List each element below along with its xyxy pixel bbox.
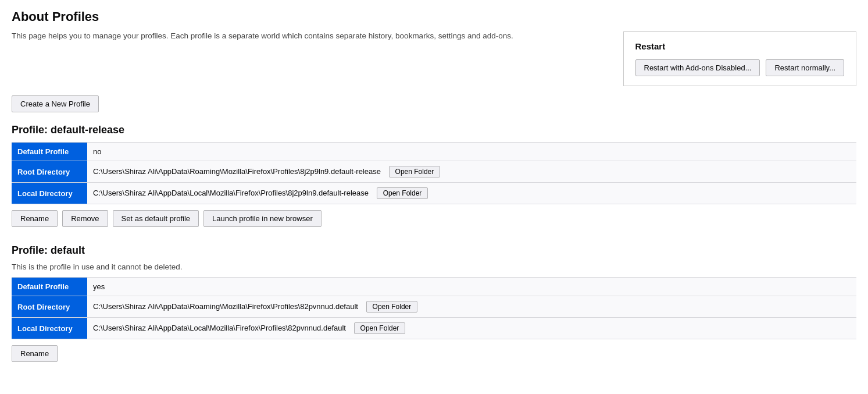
create-profile-area: Create a New Profile xyxy=(12,95,856,112)
create-new-profile-button[interactable]: Create a New Profile xyxy=(12,95,99,112)
intro-text: This page helps you to manage your profi… xyxy=(12,31,513,40)
profile-table-default-release: Default Profile no Root Directory C:\Use… xyxy=(12,142,856,204)
table-row: Default Profile yes xyxy=(12,278,856,296)
profile-actions-default: Rename xyxy=(12,345,856,362)
local-dir-value: C:\Users\Shiraz Ali\AppData\Local\Mozill… xyxy=(87,183,856,204)
default-profile-label: Default Profile xyxy=(12,278,87,296)
profile-section-default: Profile: defaultThis is the profile in u… xyxy=(12,244,856,362)
default-profile-value: yes xyxy=(87,278,856,296)
local-dir-open-folder-button[interactable]: Open Folder xyxy=(377,187,428,199)
profile-notice-default: This is the profile in use and it cannot… xyxy=(12,262,856,271)
rename-btn-default[interactable]: Rename xyxy=(12,345,58,362)
default-profile-value: no xyxy=(87,143,856,161)
local-dir-open-folder-button[interactable]: Open Folder xyxy=(354,322,406,334)
root-dir-value: C:\Users\Shiraz Ali\AppData\Roaming\Mozi… xyxy=(87,161,856,183)
profile-table-default: Default Profile yes Root Directory C:\Us… xyxy=(12,277,856,339)
profile-section-default-release: Profile: default-release Default Profile… xyxy=(12,124,856,227)
profile-title-default: Profile: default xyxy=(12,244,856,257)
restart-buttons: Restart with Add-ons Disabled... Restart… xyxy=(635,59,845,76)
root-dir-open-folder-button[interactable]: Open Folder xyxy=(366,301,418,313)
profile-title-default-release: Profile: default-release xyxy=(12,124,856,136)
table-row: Default Profile no xyxy=(12,143,856,161)
restart-box: Restart Restart with Add-ons Disabled...… xyxy=(623,31,857,86)
launch-btn-default-release[interactable]: Launch profile in new browser xyxy=(203,210,322,227)
table-row: Local Directory C:\Users\Shiraz Ali\AppD… xyxy=(12,183,856,204)
restart-title: Restart xyxy=(635,41,845,51)
set-default-btn-default-release[interactable]: Set as default profile xyxy=(113,210,199,227)
root-dir-label: Root Directory xyxy=(12,161,87,183)
local-dir-label: Local Directory xyxy=(12,318,87,339)
profiles-container: Profile: default-release Default Profile… xyxy=(12,124,856,362)
page-title: About Profiles xyxy=(12,9,856,24)
restart-addons-disabled-button[interactable]: Restart with Add-ons Disabled... xyxy=(635,59,760,76)
local-dir-value: C:\Users\Shiraz Ali\AppData\Local\Mozill… xyxy=(87,318,856,339)
root-dir-open-folder-button[interactable]: Open Folder xyxy=(389,166,441,178)
table-row: Root Directory C:\Users\Shiraz Ali\AppDa… xyxy=(12,296,856,318)
table-row: Local Directory C:\Users\Shiraz Ali\AppD… xyxy=(12,318,856,339)
profile-actions-default-release: RenameRemoveSet as default profileLaunch… xyxy=(12,210,856,227)
top-section: This page helps you to manage your profi… xyxy=(12,31,856,86)
root-dir-value: C:\Users\Shiraz Ali\AppData\Roaming\Mozi… xyxy=(87,296,856,318)
default-profile-label: Default Profile xyxy=(12,143,87,161)
rename-btn-default-release[interactable]: Rename xyxy=(12,210,58,227)
local-dir-label: Local Directory xyxy=(12,183,87,204)
root-dir-label: Root Directory xyxy=(12,296,87,318)
remove-btn-default-release[interactable]: Remove xyxy=(62,210,108,227)
table-row: Root Directory C:\Users\Shiraz Ali\AppDa… xyxy=(12,161,856,183)
restart-normally-button[interactable]: Restart normally... xyxy=(766,59,844,76)
